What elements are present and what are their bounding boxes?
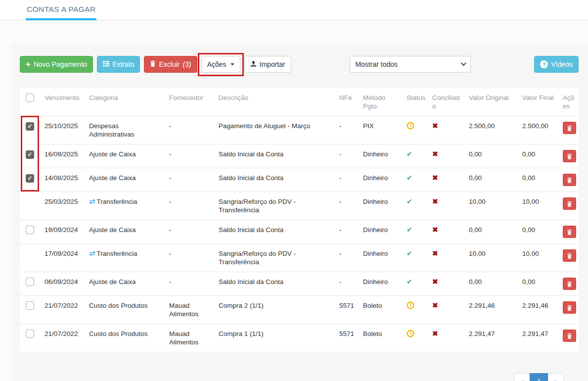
trash-icon	[567, 305, 572, 311]
conciliado-cell: ✖	[429, 116, 466, 144]
excluir-button[interactable]: Excluir (3)	[144, 56, 197, 73]
conciliado-cell: ✖	[429, 244, 466, 272]
metodo-cell: PIX	[360, 116, 404, 144]
descricao-cell: Pagamento de Aluguel - Março	[216, 116, 336, 144]
vencimento-cell: 14/08/2025	[42, 168, 86, 192]
row-checkbox[interactable]: ✓	[26, 174, 34, 183]
valor-original-cell: 0,00	[466, 220, 519, 244]
trash-icon	[567, 253, 572, 259]
videos-button[interactable]: ? Vídeos	[534, 56, 579, 73]
delete-row-button[interactable]	[563, 122, 576, 134]
categoria-text: Transferência	[97, 250, 137, 257]
valor-original-cell: 10,00	[466, 192, 519, 220]
tab-bar: CONTAS A PAGAR	[0, 0, 588, 20]
metodo-cell: Dinheiro	[360, 220, 404, 244]
tab-contas-a-pagar[interactable]: CONTAS A PAGAR	[26, 0, 96, 20]
trash-icon	[567, 153, 572, 159]
categoria-cell: Ajuste de Caixa	[86, 168, 166, 192]
categoria-text: Custo dos Produtos	[89, 302, 148, 309]
table-row: ✓ 25/10/2025 Despesas Administrativas - …	[20, 116, 579, 144]
metodo-cell: Boleto	[360, 296, 404, 324]
select-all-checkbox[interactable]: ✓	[26, 94, 34, 102]
page-prev-button[interactable]: «	[514, 373, 530, 381]
content-panel: + Novo Pagamento Extrato Excluir (3) Açõ…	[11, 45, 588, 381]
categoria-cell: Custo dos Produtos	[86, 324, 166, 352]
valor-original-cell: 2.500,00	[466, 116, 519, 144]
delete-row-button[interactable]	[563, 330, 576, 342]
importar-label: Importar	[260, 60, 285, 68]
valor-original-cell: 10,00	[466, 244, 519, 272]
delete-row-button[interactable]	[563, 278, 576, 290]
check-icon: ✔	[407, 174, 412, 182]
descricao-cell: Compra 1 (1/1)	[216, 324, 336, 352]
page-1-button[interactable]: 1	[530, 373, 548, 381]
new-payment-button[interactable]: + Novo Pagamento	[20, 56, 93, 73]
valor-final-cell: 2.291,47	[519, 324, 560, 352]
plus-icon: +	[26, 60, 31, 68]
trash-icon	[567, 281, 572, 287]
fornecedor-cell: -	[166, 168, 216, 192]
page-next-button[interactable]: »	[548, 373, 564, 381]
status-cell: ✔	[404, 244, 429, 272]
x-icon: ✖	[432, 226, 438, 234]
x-icon: ✖	[432, 150, 438, 158]
fornecedor-cell: Mauad Alimentos	[166, 324, 216, 352]
metodo-cell: Dinheiro	[360, 144, 404, 168]
header-status: Status	[404, 88, 429, 116]
row-checkbox[interactable]: ✓	[26, 330, 34, 338]
categoria-text: Ajuste de Caixa	[89, 174, 136, 182]
filter-select[interactable]: Mostrar todos	[350, 56, 471, 73]
nfe-cell: -	[336, 116, 360, 144]
x-icon: ✖	[432, 174, 438, 182]
transfer-arrows-icon: ⇄	[89, 197, 95, 205]
header-valor-final: Valor Final	[519, 88, 560, 116]
status-cell	[404, 116, 429, 144]
nfe-cell: -	[336, 144, 360, 168]
valor-original-cell: 0,00	[466, 272, 519, 296]
categoria-text: Despesas Administrativas	[89, 122, 135, 138]
delete-row-button[interactable]	[563, 174, 576, 186]
status-cell: ✔	[404, 192, 429, 220]
fornecedor-cell: -	[166, 272, 216, 296]
filter-select-wrap: Mostrar todos	[350, 56, 471, 73]
delete-row-button[interactable]	[563, 197, 576, 210]
extrato-button[interactable]: Extrato	[97, 56, 140, 73]
x-icon: ✖	[432, 197, 438, 205]
categoria-text: Ajuste de Caixa	[89, 226, 136, 234]
status-cell	[404, 296, 429, 324]
delete-row-button[interactable]	[563, 226, 576, 238]
row-checkbox[interactable]: ✓	[26, 301, 34, 310]
delete-row-button[interactable]	[563, 150, 576, 162]
row-checkbox[interactable]: ✓	[26, 150, 34, 159]
table-row: 17/09/2024 ⇄Transferência - Sangria/Refo…	[20, 244, 579, 272]
conciliado-cell: ✖	[429, 272, 466, 296]
acoes-button[interactable]: Ações	[201, 56, 240, 73]
row-checkbox[interactable]: ✓	[26, 278, 34, 286]
status-cell: ✔	[404, 144, 429, 168]
delete-row-button[interactable]	[563, 249, 576, 262]
importar-button[interactable]: Importar	[244, 56, 291, 73]
trash-icon	[567, 125, 572, 131]
status-cell: ✔	[404, 168, 429, 192]
status-cell: ✔	[404, 272, 429, 296]
vencimento-cell: 19/09/2024	[42, 220, 86, 244]
metodo-cell: Dinheiro	[360, 244, 404, 272]
check-icon: ✔	[407, 249, 412, 257]
check-icon: ✔	[407, 278, 412, 286]
row-checkbox[interactable]: ✓	[26, 122, 34, 131]
delete-row-button[interactable]	[563, 301, 576, 314]
trash-icon	[150, 60, 156, 68]
header-nfe: NFe	[336, 88, 360, 116]
row-checkbox[interactable]: ✓	[26, 226, 34, 234]
question-circle-icon: ?	[540, 60, 548, 68]
categoria-cell: Ajuste de Caixa	[86, 272, 166, 296]
fornecedor-cell: -	[166, 192, 216, 220]
check-mark-icon: ✓	[27, 175, 32, 181]
fornecedor-cell: -	[166, 116, 216, 144]
excluir-count: (3)	[183, 60, 191, 68]
header-categoria: Categoria	[86, 88, 166, 116]
trash-icon	[567, 229, 572, 235]
metodo-cell: Dinheiro	[360, 272, 404, 296]
categoria-text: Ajuste de Caixa	[89, 278, 136, 286]
x-icon: ✖	[432, 122, 438, 130]
